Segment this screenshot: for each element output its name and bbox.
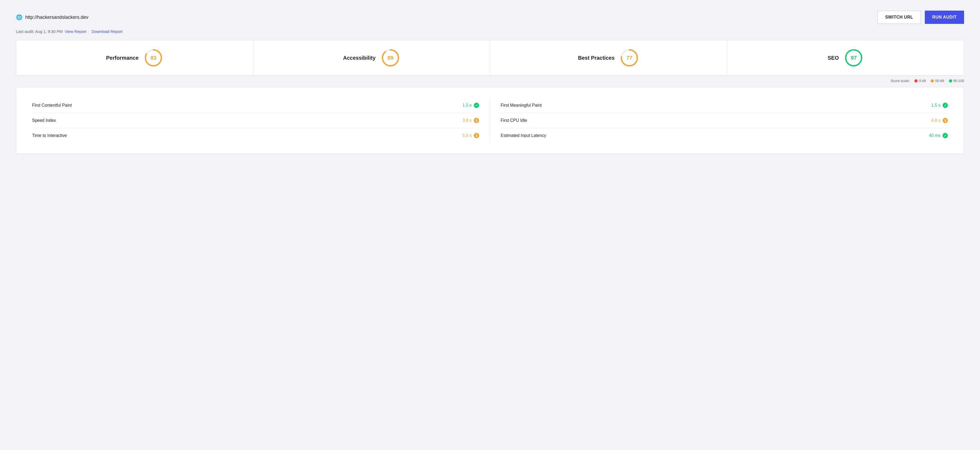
score-label: Accessibility <box>343 55 375 61</box>
metrics-left-col: First Contentful Paint 1.5 s ✓ Speed Ind… <box>32 98 490 143</box>
metrics-right-col: First Meaningful Paint 1.5 s ✓ First CPU… <box>490 98 948 143</box>
metric-row: First Meaningful Paint 1.5 s ✓ <box>501 98 948 113</box>
metric-value-group: 40 ms ✓ <box>929 133 948 138</box>
score-circle: 89 <box>381 48 400 67</box>
score-label: SEO <box>828 55 839 61</box>
score-circle: 97 <box>844 48 863 67</box>
metric-status-icon: ℹ <box>943 118 948 123</box>
metric-name: First CPU Idle <box>501 118 527 123</box>
score-value: 89 <box>388 55 393 61</box>
metric-name: First Contentful Paint <box>32 103 72 108</box>
metric-status-icon: ✓ <box>943 133 948 138</box>
score-cell-best-practices: Best Practices 77 <box>490 40 727 75</box>
url-display: 🌐 http://hackersandslackers.dev <box>16 14 88 21</box>
download-report-link[interactable]: Download Report <box>92 29 123 34</box>
metric-name: Time to Interactive <box>32 133 67 138</box>
metric-row: Estimated Input Latency 40 ms ✓ <box>501 128 948 143</box>
metric-value: 1.5 s <box>931 103 940 108</box>
score-value: 83 <box>151 55 156 61</box>
metric-name: Estimated Input Latency <box>501 133 546 138</box>
score-cell-accessibility: Accessibility 89 <box>253 40 490 75</box>
metric-status-icon: ℹ <box>474 118 479 123</box>
metric-row: First CPU Idle 4.8 s ℹ <box>501 113 948 128</box>
metric-value: 1.5 s <box>462 103 472 108</box>
metric-row: Speed Index 3.8 s ℹ <box>32 113 479 128</box>
metric-status-icon: ✓ <box>943 103 948 108</box>
scale-item-green: 90-100 <box>949 79 964 83</box>
scale-range-green: 90-100 <box>953 79 964 83</box>
metrics-card: First Contentful Paint 1.5 s ✓ Speed Ind… <box>16 87 964 154</box>
scale-item-red: 0-49 <box>915 79 926 83</box>
scale-item-orange: 50-89 <box>931 79 944 83</box>
last-audit-text: Last audit: Aug 1, 9:30 PM <box>16 29 63 34</box>
score-label: Best Practices <box>578 55 614 61</box>
metric-value: 3.8 s <box>462 118 472 123</box>
url-text: http://hackersandslackers.dev <box>25 14 88 20</box>
run-audit-button[interactable]: RUN AUDIT <box>925 11 964 24</box>
metric-status-icon: ℹ <box>474 133 479 138</box>
globe-icon: 🌐 <box>16 14 22 21</box>
switch-url-button[interactable]: SWITCH URL <box>877 11 921 24</box>
metric-value: 40 ms <box>929 133 940 138</box>
dot-orange <box>931 80 934 83</box>
score-circle: 77 <box>620 48 639 67</box>
view-report-link[interactable]: View Report <box>65 29 86 34</box>
scale-range-orange: 50-89 <box>935 79 944 83</box>
scale-range-red: 0-49 <box>919 79 926 83</box>
metric-value: 4.8 s <box>931 118 940 123</box>
score-circle: 83 <box>144 48 163 67</box>
score-scale: Score scale: 0-49 50-89 90-100 <box>16 79 964 83</box>
score-value: 97 <box>851 55 857 61</box>
separator: | <box>88 29 89 34</box>
score-scale-label: Score scale: <box>891 79 910 83</box>
metric-value-group: 5.5 s ℹ <box>462 133 479 138</box>
metric-value-group: 4.8 s ℹ <box>931 118 948 123</box>
dot-red <box>915 80 918 83</box>
score-value: 77 <box>627 55 632 61</box>
header-bar: 🌐 http://hackersandslackers.dev SWITCH U… <box>16 11 964 24</box>
score-cell-seo: SEO 97 <box>727 40 964 75</box>
metric-value: 5.5 s <box>462 133 472 138</box>
score-cell-performance: Performance 83 <box>16 40 253 75</box>
audit-meta: Last audit: Aug 1, 9:30 PM View Report |… <box>16 29 964 34</box>
metric-name: Speed Index <box>32 118 56 123</box>
metric-name: First Meaningful Paint <box>501 103 542 108</box>
metric-status-icon: ✓ <box>474 103 479 108</box>
metric-row: Time to Interactive 5.5 s ℹ <box>32 128 479 143</box>
score-label: Performance <box>106 55 138 61</box>
metric-value-group: 1.5 s ✓ <box>931 103 948 108</box>
dot-green <box>949 80 952 83</box>
metric-row: First Contentful Paint 1.5 s ✓ <box>32 98 479 113</box>
metric-value-group: 3.8 s ℹ <box>462 118 479 123</box>
header-buttons: SWITCH URL RUN AUDIT <box>877 11 964 24</box>
metric-value-group: 1.5 s ✓ <box>462 103 479 108</box>
scores-card: Performance 83 Accessibility 89 Best Pra… <box>16 40 964 76</box>
metrics-grid: First Contentful Paint 1.5 s ✓ Speed Ind… <box>32 98 948 143</box>
